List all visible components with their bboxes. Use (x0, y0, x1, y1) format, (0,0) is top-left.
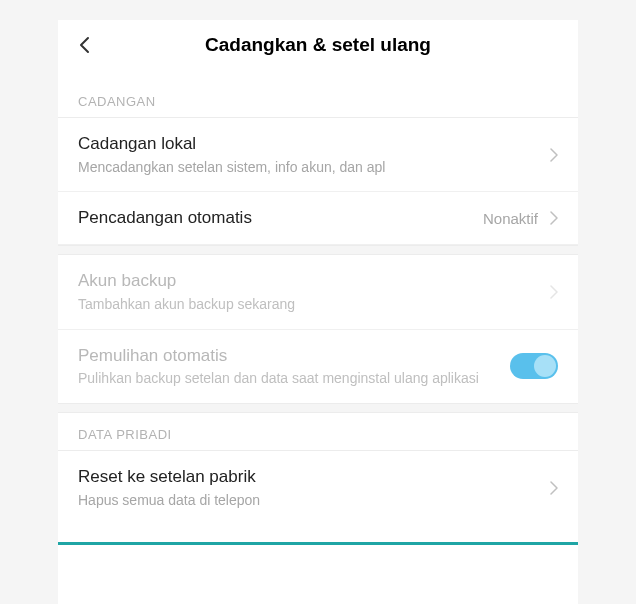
factory-reset-title: Reset ke setelan pabrik (78, 465, 550, 489)
row-factory-reset[interactable]: Reset ke setelan pabrik Hapus semua data… (58, 451, 578, 524)
row-auto-backup[interactable]: Pencadangan otomatis Nonaktif (58, 192, 578, 245)
row-content: Reset ke setelan pabrik Hapus semua data… (78, 465, 550, 510)
row-content: Pencadangan otomatis (78, 206, 483, 230)
chevron-right-icon (550, 211, 558, 225)
toggle-knob (534, 355, 556, 377)
section-gap (58, 245, 578, 255)
section-header-cadangan: CADANGAN (58, 70, 578, 118)
auto-restore-title: Pemulihan otomatis (78, 344, 510, 368)
row-auto-restore[interactable]: Pemulihan otomatis Pulihkan backup setel… (58, 330, 578, 403)
backup-account-title: Akun backup (78, 269, 550, 293)
local-backup-title: Cadangan lokal (78, 132, 550, 156)
auto-restore-subtitle: Pulihkan backup setelan dan data saat me… (78, 369, 510, 389)
row-backup-account[interactable]: Akun backup Tambahkan akun backup sekara… (58, 255, 578, 329)
factory-reset-subtitle: Hapus semua data di telepon (78, 491, 550, 511)
chevron-right-icon (550, 148, 558, 162)
row-content: Cadangan lokal Mencadangkan setelan sist… (78, 132, 550, 177)
row-local-backup[interactable]: Cadangan lokal Mencadangkan setelan sist… (58, 118, 578, 192)
bottom-accent-bar (58, 542, 578, 545)
auto-backup-value: Nonaktif (483, 210, 538, 227)
back-icon[interactable] (78, 35, 90, 55)
settings-screen: Cadangkan & setel ulang CADANGAN Cadanga… (58, 20, 578, 604)
section-header-data-pribadi: DATA PRIBADI (58, 413, 578, 451)
local-backup-subtitle: Mencadangkan setelan sistem, info akun, … (78, 158, 550, 178)
backup-account-subtitle: Tambahkan akun backup sekarang (78, 295, 550, 315)
auto-restore-toggle[interactable] (510, 353, 558, 379)
auto-backup-title: Pencadangan otomatis (78, 206, 483, 230)
chevron-right-icon (550, 481, 558, 495)
section-gap (58, 403, 578, 413)
chevron-right-icon (550, 285, 558, 299)
page-title: Cadangkan & setel ulang (90, 34, 546, 56)
header-bar: Cadangkan & setel ulang (58, 20, 578, 70)
row-content: Pemulihan otomatis Pulihkan backup setel… (78, 344, 510, 389)
row-content: Akun backup Tambahkan akun backup sekara… (78, 269, 550, 314)
